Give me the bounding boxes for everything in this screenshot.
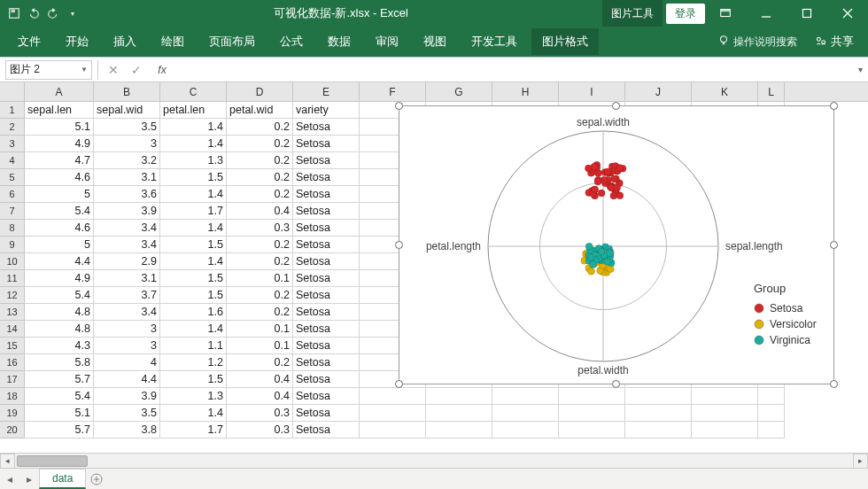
sheet-tab-active[interactable]: data [39, 469, 86, 489]
row-header[interactable]: 2 [0, 119, 25, 136]
row-header[interactable]: 18 [0, 388, 25, 405]
cell[interactable]: Setosa [293, 388, 360, 405]
cancel-edit-button[interactable]: ✕ [102, 60, 125, 80]
ribbon-tab-开始[interactable]: 开始 [55, 28, 99, 55]
cell[interactable] [625, 405, 692, 422]
cell[interactable]: 0.4 [227, 388, 293, 405]
cell[interactable]: 0.2 [227, 253, 293, 270]
cell[interactable] [692, 388, 758, 405]
row-header[interactable]: 4 [0, 152, 25, 169]
cell[interactable] [758, 388, 785, 405]
cell[interactable]: Setosa [293, 304, 360, 321]
cell[interactable]: 4.9 [25, 136, 94, 152]
row-header[interactable]: 3 [0, 136, 25, 152]
cell[interactable]: 5.4 [25, 388, 94, 405]
row-header[interactable]: 13 [0, 304, 25, 321]
ribbon-tab-图片格式[interactable]: 图片格式 [531, 28, 599, 55]
column-header-H[interactable]: H [492, 82, 559, 101]
cell[interactable]: 1.2 [160, 354, 227, 371]
cell[interactable]: 5.4 [25, 203, 94, 220]
column-header-D[interactable]: D [227, 82, 293, 101]
column-header-L[interactable]: L [758, 82, 785, 101]
cell[interactable]: 1.5 [160, 287, 227, 304]
column-header-B[interactable]: B [94, 82, 160, 101]
name-box[interactable]: 图片 2 ▼ [5, 60, 92, 80]
cell[interactable]: Setosa [293, 220, 360, 237]
cell[interactable]: 1.6 [160, 304, 227, 321]
ribbon-tab-绘图[interactable]: 绘图 [151, 28, 195, 55]
cell[interactable]: 3.8 [94, 422, 160, 439]
scrollbar-track[interactable] [15, 454, 853, 469]
cell[interactable]: 1.7 [160, 203, 227, 220]
cell[interactable]: Setosa [293, 405, 360, 422]
login-button[interactable]: 登录 [666, 4, 705, 24]
embedded-image-object[interactable]: sepal.widthpetal.widthpetal.lengthsepal.… [399, 105, 834, 384]
cell[interactable]: 5.8 [25, 354, 94, 371]
row-header[interactable]: 19 [0, 405, 25, 422]
cell[interactable] [559, 388, 625, 405]
cell[interactable]: 1.4 [160, 220, 227, 237]
cell[interactable]: 1.5 [160, 237, 227, 253]
scrollbar-thumb[interactable] [17, 455, 88, 467]
cell[interactable]: Setosa [293, 371, 360, 388]
cell[interactable]: 4.9 [25, 270, 94, 287]
contextual-tool-tab[interactable]: 图片工具 [602, 0, 663, 27]
cell[interactable]: 0.2 [227, 354, 293, 371]
cell[interactable]: Setosa [293, 169, 360, 186]
cell[interactable]: 3.2 [94, 152, 160, 169]
cell[interactable]: 5.7 [25, 371, 94, 388]
cell[interactable]: 3.1 [94, 169, 160, 186]
cell[interactable]: 3.7 [94, 287, 160, 304]
cell[interactable]: 1.3 [160, 152, 227, 169]
cell[interactable] [625, 388, 692, 405]
qa-dropdown-icon[interactable]: ▾ [66, 6, 80, 20]
cell[interactable]: 1.7 [160, 422, 227, 439]
column-header-K[interactable]: K [692, 82, 758, 101]
column-header-F[interactable]: F [360, 82, 426, 101]
cell[interactable]: Setosa [293, 186, 360, 203]
cell[interactable]: 1.5 [160, 371, 227, 388]
cell[interactable]: 1.4 [160, 405, 227, 422]
row-header[interactable]: 14 [0, 321, 25, 338]
autosave-icon[interactable] [7, 6, 21, 20]
ribbon-tab-开发工具[interactable]: 开发工具 [461, 28, 528, 55]
cell[interactable]: petal.wid [227, 102, 293, 119]
cell[interactable] [758, 422, 785, 439]
column-header-J[interactable]: J [625, 82, 692, 101]
cell[interactable]: 0.2 [227, 119, 293, 136]
sheet-nav-next[interactable]: ▸ [19, 473, 39, 485]
cell[interactable]: 0.2 [227, 304, 293, 321]
ribbon-tab-数据[interactable]: 数据 [317, 28, 361, 55]
column-header-A[interactable]: A [25, 82, 94, 101]
cell[interactable]: 1.3 [160, 388, 227, 405]
row-header[interactable]: 7 [0, 203, 25, 220]
cell[interactable]: 0.1 [227, 321, 293, 338]
ribbon-tab-视图[interactable]: 视图 [413, 28, 457, 55]
cell[interactable] [492, 422, 559, 439]
ribbon-tab-文件[interactable]: 文件 [7, 28, 51, 55]
cell[interactable]: 3.5 [94, 119, 160, 136]
cell[interactable]: 0.4 [227, 371, 293, 388]
column-header-G[interactable]: G [426, 82, 492, 101]
cell[interactable]: Setosa [293, 321, 360, 338]
cell[interactable] [360, 422, 426, 439]
ribbon-tab-插入[interactable]: 插入 [103, 28, 147, 55]
cell[interactable]: 4.4 [94, 371, 160, 388]
cell[interactable]: 4.3 [25, 338, 94, 354]
cell[interactable]: 0.1 [227, 270, 293, 287]
resize-handle-bm[interactable] [612, 380, 620, 388]
sheet-nav-prev[interactable]: ◂ [0, 473, 19, 485]
cell[interactable]: Setosa [293, 237, 360, 253]
cell[interactable]: 3 [94, 338, 160, 354]
cell[interactable]: 0.4 [227, 203, 293, 220]
cell[interactable]: 1.5 [160, 169, 227, 186]
cell[interactable]: 4.8 [25, 321, 94, 338]
cell[interactable]: Setosa [293, 354, 360, 371]
close-button[interactable] [827, 0, 868, 27]
cell[interactable] [559, 405, 625, 422]
cell[interactable]: 4.7 [25, 152, 94, 169]
tell-me-hint[interactable]: 操作说明搜索 [710, 35, 804, 50]
cell[interactable]: 4.6 [25, 169, 94, 186]
resize-handle-bl[interactable] [395, 380, 403, 388]
cell[interactable]: 5 [25, 186, 94, 203]
